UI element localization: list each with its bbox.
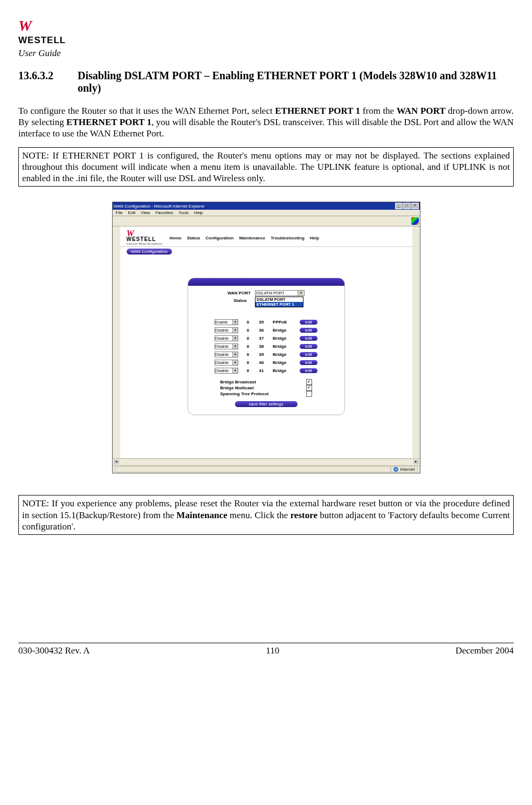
- status-label: Status: [233, 298, 246, 303]
- menu-tools[interactable]: Tools: [178, 210, 189, 215]
- chevron-down-icon[interactable]: ▾: [232, 336, 238, 341]
- scroll-right-icon[interactable]: ▸: [412, 459, 420, 465]
- checkbox[interactable]: ✓: [306, 379, 312, 385]
- table-row: Disable▾037Bridgeedit: [199, 335, 334, 341]
- edit-button[interactable]: edit: [300, 320, 317, 325]
- state-select[interactable]: Disable▾: [215, 360, 238, 366]
- wan-port-row: WAN PORT DSLATM PORT ▾ DSLATM PORT ETHER…: [188, 290, 344, 296]
- col-vci: 36: [258, 328, 265, 333]
- save-filter-button[interactable]: save filter settings: [235, 401, 298, 407]
- nav-status[interactable]: Status: [187, 236, 200, 240]
- doc-subtitle: User Guide: [18, 48, 61, 59]
- option-dslatm[interactable]: DSLATM PORT: [255, 297, 303, 302]
- status-zone: Internet: [391, 466, 417, 472]
- westell-logo: W WESTELL: [18, 22, 66, 46]
- edit-button[interactable]: edit: [300, 328, 317, 333]
- edit-button[interactable]: edit: [300, 336, 317, 341]
- filter-checkboxes: Bridge Broadcast✓Bridge Multicast✓Spanni…: [220, 379, 312, 397]
- edit-button[interactable]: edit: [300, 360, 317, 365]
- scroll-up-icon[interactable]: ▴: [412, 228, 419, 232]
- msn-flag-icon[interactable]: [411, 217, 419, 225]
- window-controls: _ □ ×: [395, 203, 419, 209]
- col-vci: 38: [258, 344, 265, 349]
- nav-home[interactable]: Home: [170, 236, 182, 240]
- state-select[interactable]: Disable▾: [215, 335, 238, 341]
- col-vci: 39: [258, 352, 265, 357]
- nav-configuration[interactable]: Configuration: [205, 236, 233, 240]
- menu-view[interactable]: View: [141, 210, 150, 215]
- globe-icon: [393, 467, 398, 472]
- checkbox-label: Spanning Tree Protocol: [220, 391, 269, 396]
- app-header: W WESTELL Discover Better Broadband Home…: [120, 226, 412, 247]
- edit-button[interactable]: edit: [300, 352, 317, 357]
- table-row: Disable▾040Bridgeedit: [199, 360, 334, 366]
- chevron-down-icon[interactable]: ▾: [232, 344, 238, 349]
- browser-statusbar: Internet: [113, 465, 420, 473]
- edit-button[interactable]: edit: [300, 368, 317, 373]
- menu-file[interactable]: File: [116, 210, 123, 215]
- chevron-down-icon[interactable]: ▾: [232, 320, 238, 325]
- wan-port-select[interactable]: DSLATM PORT ▾: [255, 290, 305, 296]
- nav-troubleshooting[interactable]: Troubleshooting: [271, 236, 305, 240]
- note-box-2: NOTE: If you experience any problems, pl…: [18, 495, 514, 535]
- section-title: Disabling DSLATM PORT – Enabling ETHERNE…: [78, 70, 514, 94]
- page-content: ▴ W WESTELL Discover Better Broadband Ho…: [113, 226, 420, 458]
- screenshot-figure: WAN Configuration - Microsoft Internet E…: [18, 202, 514, 473]
- maximize-icon[interactable]: □: [403, 203, 411, 209]
- state-select[interactable]: Disable▾: [215, 352, 238, 357]
- h-scrollbar[interactable]: ◂ ▸: [113, 458, 420, 465]
- vc-table: Enable▾035PPPoEeditDisable▾036Bridgeedit…: [199, 319, 334, 374]
- menu-edit[interactable]: Edit: [128, 210, 135, 215]
- window-title: WAN Configuration - Microsoft Internet E…: [114, 204, 205, 209]
- checkbox-label: Bridge Broadcast: [220, 380, 257, 384]
- state-select[interactable]: Enable▾: [215, 319, 238, 325]
- intro-paragraph: To configure the Router so that it uses …: [18, 105, 514, 140]
- note-box-1: NOTE: If ETHERNET PORT 1 is configured, …: [18, 147, 514, 187]
- state-select[interactable]: Disable▾: [215, 327, 238, 333]
- logo-text: WESTELL: [18, 35, 66, 46]
- menu-favorites[interactable]: Favorites: [155, 210, 173, 215]
- state-select[interactable]: Disable▾: [215, 343, 238, 349]
- app-logo-tagline: Discover Better Broadband: [127, 242, 162, 245]
- col-protocol: Bridge: [273, 368, 292, 373]
- checkbox-row: Bridge Multicast✓: [220, 385, 312, 391]
- window-titlebar: WAN Configuration - Microsoft Internet E…: [113, 202, 420, 210]
- chevron-down-icon[interactable]: ▾: [232, 352, 238, 357]
- nav-help[interactable]: Help: [310, 236, 319, 240]
- page-header: W WESTELL User Guide: [18, 22, 514, 59]
- footer-page: 110: [266, 645, 279, 656]
- menu-help[interactable]: Help: [194, 210, 203, 215]
- col-vci: 40: [258, 360, 265, 365]
- scroll-left-icon[interactable]: ◂: [113, 459, 120, 465]
- status-left: [115, 466, 391, 472]
- table-row: Disable▾041Bridgeedit: [199, 368, 334, 374]
- close-icon[interactable]: ×: [411, 203, 419, 209]
- subnav-wan-config[interactable]: WAN Configuration: [127, 249, 172, 254]
- wan-port-value: DSLATM PORT: [256, 291, 285, 295]
- col-vpi: 0: [246, 328, 250, 333]
- chevron-down-icon[interactable]: ▾: [232, 328, 238, 333]
- page-footer: 030-300432 Rev. A 110 December 2004: [18, 643, 514, 656]
- wan-port-dropdown: DSLATM PORT ETHERNET PORT 1: [255, 297, 303, 307]
- status-zone-text: Internet: [400, 467, 414, 472]
- toolbar-row: [113, 216, 420, 226]
- col-vpi: 0: [246, 320, 250, 325]
- chevron-down-icon[interactable]: ▾: [232, 368, 238, 373]
- chevron-down-icon[interactable]: ▾: [232, 360, 238, 365]
- nav-maintenance[interactable]: Maintenance: [239, 236, 265, 240]
- col-vpi: 0: [246, 352, 250, 357]
- state-select[interactable]: Disable▾: [215, 368, 238, 374]
- edit-button[interactable]: edit: [300, 344, 317, 349]
- main-nav: Home Status Configuration Maintenance Tr…: [170, 236, 320, 240]
- col-protocol: Bridge: [273, 352, 292, 357]
- app-logo-text: WESTELL: [127, 236, 162, 242]
- option-ethernet1[interactable]: ETHERNET PORT 1: [255, 302, 303, 307]
- col-protocol: Bridge: [273, 328, 292, 333]
- checkbox[interactable]: ✓: [306, 385, 312, 391]
- minimize-icon[interactable]: _: [395, 203, 403, 209]
- col-vci: 35: [258, 320, 265, 325]
- col-vpi: 0: [246, 336, 250, 341]
- chevron-down-icon[interactable]: ▾: [298, 291, 303, 295]
- checkbox[interactable]: [306, 391, 312, 397]
- col-vci: 37: [258, 336, 265, 341]
